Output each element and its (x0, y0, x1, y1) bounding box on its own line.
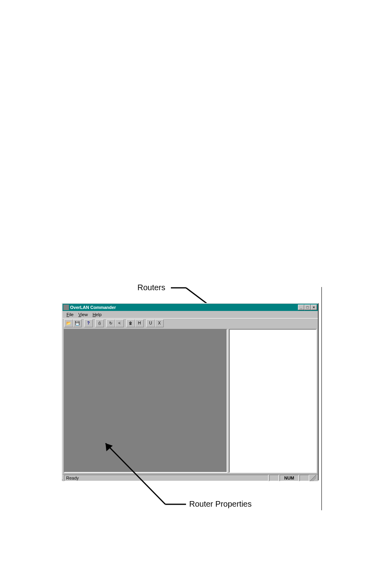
refresh-button[interactable]: ↻ (106, 319, 115, 327)
page-divider (321, 287, 322, 510)
menubar: File View Help (63, 311, 318, 318)
numlock-indicator: NUM (280, 475, 299, 481)
menu-help[interactable]: Help (90, 312, 104, 317)
menu-file[interactable]: File (64, 312, 76, 317)
statusbar: Ready NUM (63, 474, 318, 481)
annotation-routers-label: Routers (137, 283, 165, 292)
status-pane-1 (269, 475, 279, 481)
close-button[interactable]: × (311, 305, 317, 310)
routers-panel[interactable] (229, 329, 317, 473)
app-icon (63, 305, 69, 310)
print-button[interactable]: ⎙ (95, 319, 104, 327)
open-button[interactable]: 📂 (64, 319, 73, 327)
application-window: OverLAN Commander _ □ × File View Help 📂… (62, 303, 319, 480)
resize-grip[interactable] (310, 475, 316, 481)
toolbar: 📂 💾 ? ⎙ ↻ < 🗑 H U X (63, 318, 318, 328)
minimize-button[interactable]: _ (298, 305, 304, 310)
window-title: OverLAN Commander (70, 305, 298, 310)
save-button[interactable]: 💾 (73, 319, 82, 327)
status-pane-2 (300, 475, 309, 481)
help-button[interactable]: ? (84, 319, 93, 327)
stop-icon: X (158, 321, 161, 325)
annotation-router-properties-label: Router Properties (189, 500, 252, 509)
disk-icon: 💾 (75, 321, 80, 325)
back-button[interactable]: < (115, 319, 124, 327)
back-icon: < (118, 321, 121, 325)
status-text: Ready (64, 475, 268, 481)
delete-button[interactable]: 🗑 (126, 319, 135, 327)
maximize-button[interactable]: □ (304, 305, 311, 310)
refresh-icon: ↻ (109, 321, 112, 325)
router-properties-panel[interactable] (64, 329, 227, 473)
question-icon: ? (87, 321, 90, 325)
client-area (63, 328, 318, 474)
print-icon: ⎙ (98, 321, 101, 325)
up-icon: U (149, 321, 152, 325)
trash-icon: 🗑 (129, 321, 133, 325)
prop-icon: H (138, 321, 141, 325)
up-button[interactable]: U (146, 319, 155, 327)
stop-button[interactable]: X (155, 319, 164, 327)
properties-button[interactable]: H (135, 319, 144, 327)
menu-view[interactable]: View (76, 312, 90, 317)
titlebar: OverLAN Commander _ □ × (63, 304, 318, 311)
folder-icon: 📂 (66, 321, 71, 325)
